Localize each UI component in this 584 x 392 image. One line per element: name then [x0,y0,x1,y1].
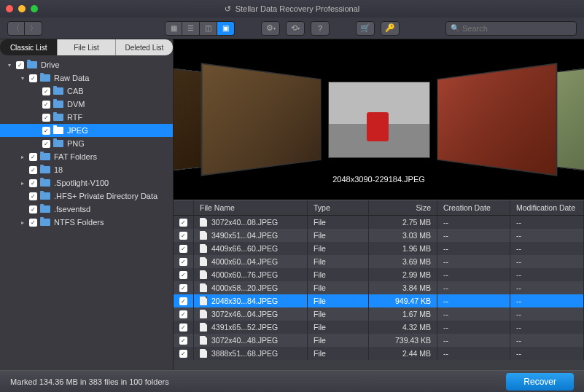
col-modification-date[interactable]: Modification Date [510,200,584,215]
table-row[interactable]: ✓2048x30...84.JPEGFile949.47 KB---- [174,294,584,307]
col-size[interactable]: Size [369,200,437,215]
tree-item[interactable]: ✓DVM [0,98,173,111]
checkbox[interactable]: ✓ [179,232,187,240]
key-button[interactable]: 🔑 [381,21,400,36]
tree-label: NTFS Folders [54,218,104,227]
column-view-button[interactable]: ◫ [200,21,217,36]
list-tab-file-list[interactable]: File List [58,39,115,55]
checkbox[interactable]: ✓ [179,297,187,305]
checkbox[interactable]: ✓ [29,192,37,200]
checkbox[interactable]: ✓ [179,324,187,332]
table-row[interactable]: ✓3072x40...48.JPEGFile739.43 KB---- [174,334,584,347]
col-type[interactable]: Type [308,200,369,215]
history-button[interactable]: ⟲▾ [286,21,305,36]
file-table[interactable]: File Name Type Size Creation Date Modifi… [174,200,584,370]
tree-item[interactable]: ▾✓Raw Data [0,71,173,85]
close-window[interactable] [6,5,13,12]
tree-item[interactable]: ▸✓.Spotlight-V100 [0,176,173,189]
checkbox[interactable]: ✓ [179,310,187,318]
checkbox[interactable]: ✓ [42,101,50,109]
file-cdate: -- [437,347,510,360]
search-input[interactable] [462,24,572,33]
coverflow-image[interactable] [200,63,321,176]
checkbox[interactable]: ✓ [179,219,187,227]
file-cdate: -- [437,255,510,268]
list-view-button[interactable]: ☰ [182,21,200,36]
checkbox[interactable]: ✓ [29,74,37,82]
file-type: File [308,307,369,321]
col-filename[interactable]: File Name [194,200,308,215]
tree-item[interactable]: ✓.HFS+ Private Directory Data [0,189,173,203]
caret-icon[interactable]: ▾ [6,62,13,68]
file-mdate: -- [510,255,584,268]
checkbox[interactable]: ✓ [179,337,187,345]
col-creation-date[interactable]: Creation Date [437,200,510,215]
list-tab-classic-list[interactable]: Classic List [0,39,58,55]
table-row[interactable]: ✓3490x51...04.JPEGFile3.03 MB---- [174,229,584,242]
checkbox[interactable]: ✓ [42,140,50,148]
coverflow-view-button[interactable]: ▣ [217,21,235,36]
coverflow-center-image[interactable] [328,82,430,158]
checkbox[interactable]: ✓ [179,284,187,292]
undo-icon: ↻ [225,4,231,14]
back-button[interactable]: 〈 [7,21,25,36]
checkbox[interactable]: ✓ [16,61,24,69]
table-row[interactable]: ✓4409x66...60.JPEGFile1.96 MB---- [174,242,584,255]
maximize-window[interactable] [31,5,38,12]
file-type: File [308,229,369,242]
checkbox[interactable]: ✓ [42,87,50,95]
grid-view-button[interactable]: ▦ [165,21,182,36]
tree-item[interactable]: ▸✓NTFS Folders [0,216,173,229]
tree-item[interactable]: ✓CAB [0,85,173,98]
table-row[interactable]: ✓4000x60...04.JPEGFile3.69 MB---- [174,255,584,268]
list-tab-deleted-list[interactable]: Deleted List [116,39,173,55]
tree-item[interactable]: ▾✓Drive [0,58,173,71]
file-cdate: -- [437,216,510,229]
checkbox[interactable]: ✓ [29,179,37,187]
checkbox[interactable]: ✓ [29,219,37,227]
file-icon [200,336,207,345]
caret-icon[interactable]: ▸ [19,219,26,226]
table-row[interactable]: ✓3888x51...68.JPEGFile2.44 MB---- [174,347,584,360]
caret-icon[interactable]: ▾ [19,75,26,82]
table-row[interactable]: ✓3072x40...08.JPEGFile2.75 MB---- [174,216,584,229]
checkbox[interactable]: ✓ [42,127,50,135]
tree-item[interactable]: ✓18 [0,163,173,176]
search-box[interactable]: 🔍 [445,21,577,36]
tree-item[interactable]: ✓JPEG [0,124,173,137]
checkbox[interactable]: ✓ [42,114,50,122]
forward-button[interactable]: 〉 [25,21,42,36]
checkbox[interactable]: ✓ [29,205,37,213]
table-row[interactable]: ✓3072x46...04.JPEGFile1.67 MB---- [174,307,584,321]
table-row[interactable]: ✓4391x65...52.JPEGFile4.32 MB---- [174,321,584,334]
file-icon [200,270,207,279]
coverflow-image[interactable] [437,63,557,176]
checkbox[interactable]: ✓ [29,153,37,161]
minimize-window[interactable] [18,5,26,12]
folder-tree[interactable]: ▾✓Drive▾✓Raw Data✓CAB✓DVM✓RTF✓JPEG✓PNG▸✓… [0,55,173,370]
cart-button[interactable]: 🛒 [356,21,375,36]
file-name: 3888x51...68.JPEG [211,349,278,358]
checkbox[interactable]: ✓ [179,245,187,253]
caret-icon[interactable]: ▸ [19,154,26,160]
checkbox[interactable]: ✓ [179,271,187,279]
recover-button[interactable]: Recover [506,373,574,391]
caret-icon[interactable]: ▸ [19,180,26,187]
file-name: 4391x65...52.JPEG [211,323,278,332]
file-size: 2.99 MB [369,268,437,281]
checkbox[interactable]: ✓ [179,258,187,266]
tree-item[interactable]: ▸✓FAT Folders [0,150,173,163]
tree-item[interactable]: ✓RTF [0,111,173,124]
checkbox[interactable]: ✓ [179,350,187,358]
table-row[interactable]: ✓4000x58...20.JPEGFile3.84 MB---- [174,281,584,294]
tree-item[interactable]: ✓PNG [0,137,173,150]
tree-item[interactable]: ✓.fseventsd [0,203,173,216]
file-cdate: -- [437,307,510,321]
file-type: File [308,321,369,334]
checkbox[interactable]: ✓ [29,166,37,174]
table-row[interactable]: ✓4000x60...76.JPEGFile2.99 MB---- [174,268,584,281]
help-button[interactable]: ? [311,21,330,36]
file-cdate: -- [437,242,510,255]
settings-button[interactable]: ⚙▾ [261,21,280,36]
coverflow-preview[interactable]: 2048x3090-229184.JPEG [174,39,584,200]
